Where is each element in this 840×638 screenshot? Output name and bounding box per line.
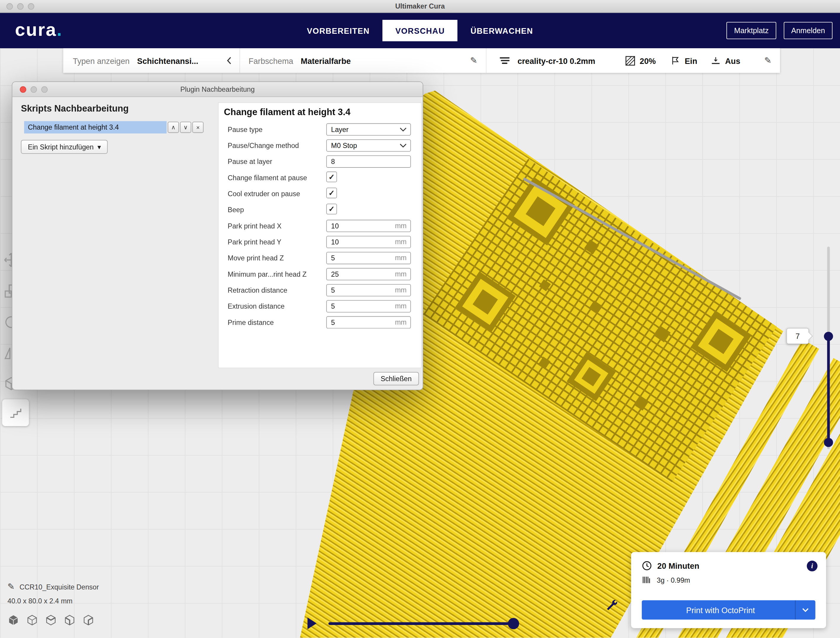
cool-extruder-checkbox[interactable]: ✓ [326, 187, 337, 198]
layers-icon [499, 56, 510, 65]
park-print-head-x-input[interactable] [326, 220, 411, 232]
print-settings-summary[interactable]: creality-cr-10 0.2mm 20% Ein Aus ✎ [486, 48, 780, 73]
view-3d-icon[interactable] [7, 614, 19, 626]
support-blocker-panel[interactable] [2, 399, 29, 426]
tab-vorbereiten[interactable]: VORBEREITEN [294, 20, 382, 41]
dialog-title: Plugin Nachbearbeitung [180, 85, 255, 93]
material-usage: 3g · 0.99m [657, 576, 690, 584]
change-filament-checkbox[interactable]: ✓ [326, 171, 337, 182]
pause-type-select[interactable]: Layer [326, 123, 411, 136]
layer-number: 7 [796, 332, 800, 340]
field-label: Pause/Change method [228, 141, 326, 149]
play-button[interactable] [308, 617, 317, 629]
caret-down-icon: ▾ [97, 143, 101, 151]
beep-checkbox[interactable]: ✓ [326, 203, 337, 214]
chevron-down-icon [399, 144, 407, 148]
view-left-icon[interactable] [64, 614, 76, 626]
pause-at-layer-input[interactable] [326, 155, 411, 168]
add-script-label: Ein Skript hinzufügen [28, 143, 94, 151]
edit-pencil-icon[interactable]: ✎ [470, 56, 477, 65]
layer-number-bubble: 7 [786, 328, 809, 344]
edit-pencil-icon[interactable]: ✎ [764, 56, 771, 65]
tab-ueberwachen[interactable]: ÜBERWACHEN [458, 20, 546, 41]
field-row: Move print head Z mm [219, 250, 421, 266]
field-label: Change filament at pause [228, 173, 326, 181]
layer-slider-handle-top[interactable] [824, 332, 833, 341]
settings-wrench-icon[interactable] [605, 598, 618, 611]
infill-value: 20% [640, 56, 656, 65]
field-row: Extrusion distance mm [219, 298, 421, 314]
pause-method-select[interactable]: M0 Stop [326, 139, 411, 152]
extrusion-distance-input[interactable] [326, 300, 411, 312]
layer-slider-range[interactable] [827, 336, 830, 442]
color-scheme-value: Materialfarbe [301, 56, 351, 65]
qr-module [589, 300, 602, 313]
view-type-selector[interactable]: Typen anzeigen Schichtenansi... [63, 48, 240, 73]
remove-script-button[interactable]: × [192, 122, 204, 133]
support-value: Ein [685, 56, 697, 65]
marketplace-button[interactable]: Marktplatz [727, 22, 777, 39]
nav-buttons: Marktplatz Anmelden [727, 22, 833, 39]
model-name: CCR10_Exquisite Densor [19, 583, 99, 591]
move-script-up-button[interactable]: ∧ [168, 122, 179, 133]
timeline-slider-handle[interactable] [508, 618, 519, 629]
dialog-close-action-button[interactable]: Schließen [373, 372, 419, 385]
close-window-button[interactable] [6, 3, 13, 9]
dialog-window-controls [20, 86, 47, 93]
color-scheme-selector[interactable]: Farbschema Materialfarbe ✎ [240, 48, 486, 73]
field-label: Pause type [228, 125, 326, 133]
dialog-close-button[interactable] [20, 86, 26, 93]
field-row: Minimum par...rint head Z mm [219, 266, 421, 282]
model-dimensions: 40.0 x 80.0 x 2.4 mm [7, 597, 99, 605]
view-type-label: Typen anzeigen [73, 56, 129, 65]
view-type-value: Schichtenansi... [137, 56, 199, 65]
retraction-distance-input[interactable] [326, 284, 411, 296]
chevron-left-icon[interactable] [226, 56, 232, 65]
info-icon[interactable]: i [807, 561, 818, 572]
park-print-head-y-input[interactable] [326, 236, 411, 248]
view-top-icon[interactable] [45, 614, 57, 626]
qr-finder-core [581, 367, 601, 386]
qr-module [584, 239, 599, 254]
prime-distance-input[interactable] [326, 316, 411, 328]
zoom-window-button[interactable] [28, 3, 34, 9]
qr-module [634, 396, 649, 411]
macos-titlebar: Ultimaker Cura [0, 0, 840, 13]
field-label: Pause at layer [228, 157, 326, 165]
window-title: Ultimaker Cura [395, 2, 445, 10]
adhesion-value: Aus [725, 56, 740, 65]
field-row: Change filament at pause ✓ [219, 169, 421, 185]
print-with-octoprint-button[interactable]: Print with OctoPrint [642, 600, 815, 620]
tab-vorschau[interactable]: VORSCHAU [382, 20, 458, 41]
field-row: Beep ✓ [219, 201, 421, 217]
signin-button[interactable]: Anmelden [784, 22, 833, 39]
view-front-icon[interactable] [26, 614, 38, 626]
dialog-titlebar: Plugin Nachbearbeitung [13, 82, 423, 97]
move-print-head-z-input[interactable] [326, 252, 411, 264]
dialog-zoom-button[interactable] [41, 86, 47, 93]
cura-logo: cura. [15, 21, 63, 39]
layer-slider-handle-bottom[interactable] [824, 438, 833, 447]
move-script-down-button[interactable]: ∨ [180, 122, 191, 133]
dialog-minimize-button[interactable] [30, 86, 37, 93]
minimize-window-button[interactable] [17, 3, 24, 9]
print-time: 20 Minuten [657, 561, 699, 570]
print-button-chevron[interactable] [795, 600, 815, 620]
support-icon [671, 55, 681, 65]
field-label: Move print head Z [228, 254, 326, 262]
main-nav: cura. VORBEREITEN VORSCHAU ÜBERWACHEN Ma… [0, 13, 840, 48]
add-script-button[interactable]: Ein Skript hinzufügen ▾ [21, 140, 108, 154]
select-value: M0 Stop [331, 141, 357, 149]
camera-view-presets [7, 614, 94, 626]
timeline-slider-track[interactable] [328, 622, 517, 625]
material-usage-row: 3g · 0.99m [642, 575, 815, 585]
field-label: Park print head X [228, 222, 326, 230]
print-button-label: Print with OctoPrint [686, 605, 771, 614]
view-right-icon[interactable] [82, 614, 94, 626]
minimum-park-print-head-z-input[interactable] [326, 268, 411, 280]
field-row: Pause/Change method M0 Stop [219, 137, 421, 153]
model-info: ✎ CCR10_Exquisite Densor 40.0 x 80.0 x 2… [7, 583, 99, 605]
selected-script-item[interactable]: Change filament at height 3.4 [24, 121, 167, 133]
rename-pencil-icon[interactable]: ✎ [7, 583, 14, 591]
field-label: Park print head Y [228, 237, 326, 245]
